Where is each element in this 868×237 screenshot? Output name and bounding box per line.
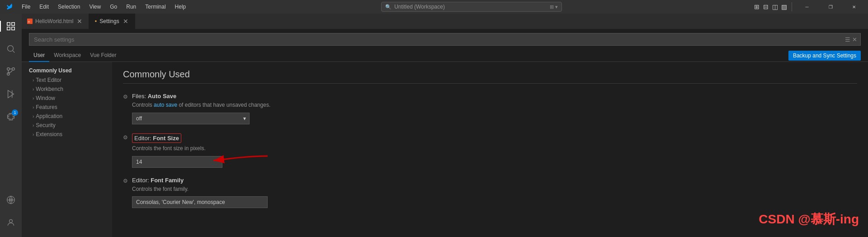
chevron-right-icon: › (33, 78, 34, 83)
panel-toggle-icon[interactable]: ⊟ (763, 4, 769, 10)
font-size-description: Controls the font size in pixels. (132, 145, 857, 152)
settings-tabs: User Workspace Vue Folder Backup and Syn… (22, 49, 868, 62)
sidebar-item-security[interactable]: › Security (22, 121, 112, 130)
menu-edit[interactable]: Edit (36, 3, 52, 11)
chevron-right-icon: › (33, 105, 34, 110)
sidebar-item-extensions[interactable]: › Extensions (22, 130, 112, 139)
tab-settings-close[interactable]: ✕ (122, 18, 129, 25)
tab-settings-label: Settings (99, 18, 119, 24)
svg-point-6 (7, 68, 10, 71)
settings-tab-workspace[interactable]: Workspace (49, 49, 85, 62)
menu-run[interactable]: Run (123, 3, 140, 11)
main-area: 1 H HelloWorld (0, 14, 868, 237)
auto-save-description: Controls auto save of editors that have … (132, 101, 857, 109)
settings-tab-user[interactable]: User (29, 49, 49, 62)
sidebar-item-window[interactable]: › Window (22, 94, 112, 103)
editor-layout-icon[interactable]: ⊞ (754, 4, 760, 10)
chevron-right-icon: › (33, 114, 34, 119)
svg-marker-9 (8, 90, 14, 98)
auto-save-select[interactable]: offafterDelayonFocusChangeonWindowChange (132, 113, 250, 124)
font-family-label-bold: Font Family (151, 177, 184, 184)
activity-explorer[interactable] (0, 15, 22, 37)
auto-save-label: Files: Auto Save (132, 93, 857, 100)
settings-content: ☰ ✕ User Workspace Vue Folder Backup and… (22, 29, 868, 237)
tab-area: H HelloWorld.html ✕ ● Settings ✕ ☰ ✕ (22, 14, 868, 237)
chevron-right-icon: › (33, 132, 34, 137)
chevron-right-icon: › (33, 96, 34, 101)
minimize-button[interactable]: ─ (797, 0, 817, 14)
settings-body: Commonly Used › Text Editor › Workbench … (22, 62, 868, 237)
svg-line-5 (13, 51, 14, 52)
divider (792, 2, 792, 11)
tab-settings-modified-dot: ● (94, 19, 97, 23)
auto-save-link[interactable]: auto save (154, 102, 177, 108)
menu-file[interactable]: File (18, 3, 34, 11)
setting-gear-font-family[interactable]: ⚙ (123, 178, 128, 184)
settings-search-icons: ☰ ✕ (845, 36, 857, 43)
workspace-title: Untitled (Workspace) (394, 4, 445, 10)
activity-extensions[interactable]: 1 (0, 106, 22, 128)
activity-remote[interactable] (0, 189, 22, 211)
sidebar-item-workbench[interactable]: › Workbench (22, 85, 112, 94)
clear-settings-icon[interactable]: ✕ (852, 36, 857, 43)
menu-view[interactable]: View (85, 3, 104, 11)
sidebar-toggle-icon[interactable]: ◫ (772, 4, 778, 10)
filter-settings-icon[interactable]: ☰ (845, 36, 850, 43)
menu-go[interactable]: Go (106, 3, 121, 11)
section-title: Commonly Used (123, 69, 857, 84)
extensions-badge: 1 (12, 109, 18, 116)
svg-text:H: H (28, 20, 30, 23)
svg-rect-1 (12, 23, 14, 25)
restore-button[interactable]: ❐ (820, 0, 841, 14)
font-size-label-prefix: Editor: (134, 135, 153, 142)
font-family-input[interactable] (132, 196, 268, 208)
auto-save-select-wrapper: offafterDelayonFocusChangeonWindowChange (132, 113, 250, 124)
sidebar-section-commonly-used[interactable]: Commonly Used (22, 66, 112, 76)
font-size-input-wrapper (132, 156, 222, 168)
svg-rect-0 (7, 23, 10, 25)
setting-gear-font-size[interactable]: ⚙ (123, 134, 128, 141)
html-file-icon: H (27, 19, 33, 24)
activity-run-debug[interactable] (0, 83, 22, 105)
svg-point-12 (9, 219, 13, 223)
sidebar-item-text-editor[interactable]: › Text Editor (22, 76, 112, 85)
tab-settings[interactable]: ● Settings ✕ (89, 14, 135, 29)
menu-terminal[interactable]: Terminal (142, 3, 169, 11)
font-size-input[interactable] (132, 156, 222, 168)
font-size-label-highlighted: Editor: Font Size (132, 133, 181, 143)
svg-rect-3 (12, 27, 14, 30)
tab-helloworld-label: HelloWorld.html (35, 18, 73, 24)
tab-helloworld[interactable]: H HelloWorld.html ✕ (22, 14, 89, 29)
font-size-label-bold: Font Size (153, 135, 179, 142)
menu-selection[interactable]: Selection (54, 3, 84, 11)
title-bar: File Edit Selection View Go Run Terminal… (0, 0, 868, 14)
activity-bar: 1 (0, 14, 22, 237)
setting-gear-auto-save[interactable]: ⚙ (123, 94, 128, 100)
search-icon: 🔍 (385, 4, 392, 10)
settings-tab-folder[interactable]: Vue Folder (85, 49, 121, 62)
activity-account[interactable] (0, 212, 22, 233)
svg-point-4 (8, 46, 14, 52)
menu-help[interactable]: Help (171, 3, 190, 11)
tab-helloworld-close[interactable]: ✕ (76, 18, 83, 25)
activity-search[interactable] (0, 38, 22, 60)
extensions-icon: ⊞ ▾ (550, 4, 558, 10)
sidebar-item-application[interactable]: › Application (22, 112, 112, 121)
auto-save-label-bold: Auto Save (148, 93, 177, 100)
setting-font-size: ⚙ Editor: Font Size Controls the font si… (123, 133, 857, 168)
setting-font-family: ⚙ Editor: Font Family Controls the font … (123, 177, 857, 209)
activity-bar-toggle-icon[interactable]: ▨ (781, 4, 787, 10)
auto-save-label-prefix: Files: (132, 93, 148, 100)
close-button[interactable]: ✕ (844, 0, 864, 14)
activity-source-control[interactable] (0, 61, 22, 82)
activity-bar-bottom (0, 189, 22, 237)
global-search-bar[interactable]: 🔍 Untitled (Workspace) ⊞ ▾ (381, 2, 562, 12)
backup-sync-button[interactable]: Backup and Sync Settings (788, 51, 861, 61)
settings-search-input[interactable] (29, 33, 861, 46)
settings-main-panel: Commonly Used ⚙ Files: Auto Save Control… (112, 62, 868, 237)
font-family-label-prefix: Editor: (132, 177, 151, 184)
tab-bar: H HelloWorld.html ✕ ● Settings ✕ (22, 14, 868, 29)
sidebar-item-features[interactable]: › Features (22, 103, 112, 112)
title-bar-right: ⊞ ⊟ ◫ ▨ ─ ❐ ✕ (754, 0, 868, 14)
svg-point-7 (12, 68, 15, 71)
